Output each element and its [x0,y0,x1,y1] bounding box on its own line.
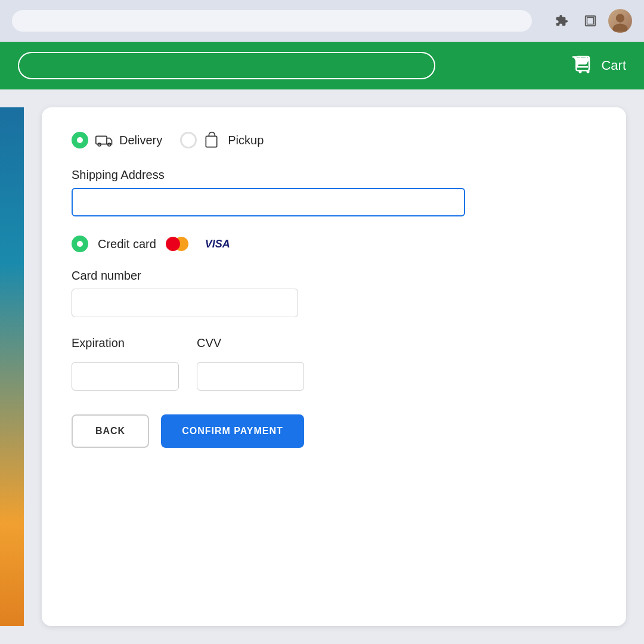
cart-icon [571,54,595,78]
browser-chrome [0,0,644,42]
credit-card-label: Credit card [98,237,156,251]
svg-point-2 [616,14,624,22]
svg-rect-8 [206,136,217,147]
avatar[interactable] [608,9,632,33]
svg-rect-5 [96,136,107,144]
window-icon [584,14,597,27]
bag-icon [204,131,222,149]
cvv-input[interactable] [197,362,304,391]
puzzle-icon-button[interactable] [551,10,572,32]
payment-card: Delivery Pickup Shipping Address Credit [42,107,626,626]
search-input[interactable] [18,52,435,79]
mastercard-icon [166,237,188,251]
confirm-payment-button[interactable]: CONFIRM PAYMENT [161,414,304,448]
card-number-input[interactable] [72,289,298,317]
expiration-group: Expiration [72,336,179,391]
back-button[interactable]: BACK [72,414,149,448]
card-number-label: Card number [72,269,596,283]
delivery-pickup-row: Delivery Pickup [72,131,596,149]
truck-icon [95,131,113,149]
visa-icon: VISA [205,238,230,250]
mc-left-circle [166,237,180,251]
button-row: BACK CONFIRM PAYMENT [72,414,596,448]
shipping-address-label: Shipping Address [72,168,596,182]
pickup-option[interactable]: Pickup [180,131,264,149]
pickup-radio[interactable] [180,132,197,148]
window-icon-button[interactable] [580,10,601,32]
svg-rect-1 [587,18,594,24]
address-bar[interactable] [12,10,532,32]
shipping-address-input[interactable] [72,188,465,216]
main-content: Delivery Pickup Shipping Address Credit [0,89,644,644]
nav-bar: Cart [0,42,644,89]
delivery-label: Delivery [119,134,162,147]
delivery-radio[interactable] [72,132,88,148]
pickup-label: Pickup [228,134,264,147]
credit-card-radio[interactable] [72,236,88,252]
delivery-option[interactable]: Delivery [72,131,162,149]
expiration-label: Expiration [72,336,179,350]
delivery-label-group: Delivery [95,131,162,149]
payment-method-row: Credit card VISA [72,236,596,252]
avatar-image [609,10,631,32]
pickup-label-group: Pickup [204,131,264,149]
expiration-input[interactable] [72,362,179,391]
expiry-cvv-row: Expiration CVV [72,336,596,391]
side-image [0,107,24,626]
puzzle-icon [555,14,568,27]
cart-button[interactable]: Cart [571,54,626,78]
cvv-group: CVV [197,336,304,391]
cart-label: Cart [601,58,626,73]
svg-point-3 [612,24,627,32]
cvv-label: CVV [197,336,304,350]
